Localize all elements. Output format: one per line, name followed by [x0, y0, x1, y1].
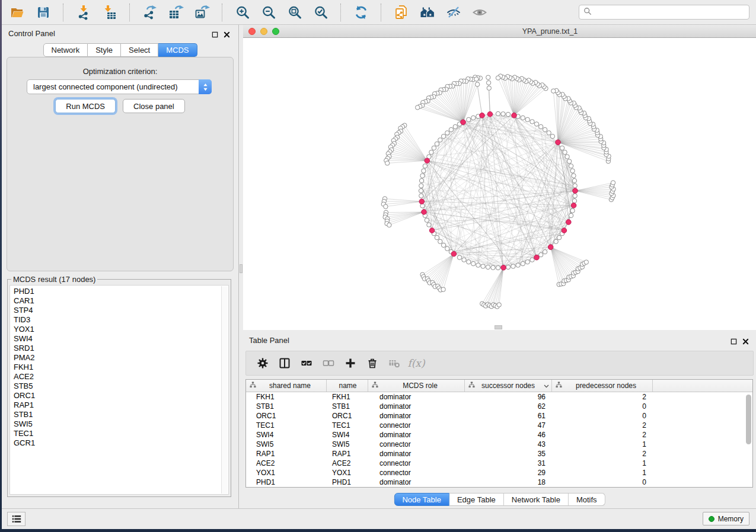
cell-name[interactable]: RAP1: [326, 450, 368, 458]
cell-predecessor-nodes[interactable]: 2: [551, 450, 652, 458]
cell-name[interactable]: ORC1: [326, 412, 368, 420]
tab-motifs[interactable]: Motifs: [569, 493, 605, 506]
column-header-MCDS-role[interactable]: MCDS role: [368, 380, 465, 392]
cell-shared-name[interactable]: ACE2: [246, 459, 326, 467]
mcds-node-item[interactable]: RAP1: [10, 400, 228, 410]
optimization-criterion-select[interactable]: largest connected component (undirected): [27, 79, 212, 94]
cell-predecessor-nodes[interactable]: 2: [551, 393, 652, 401]
zoom-out-icon[interactable]: [260, 4, 276, 20]
cell-successor-nodes[interactable]: 35: [464, 450, 551, 458]
cell-mcds-role[interactable]: dominator: [368, 412, 464, 420]
mcds-node-item[interactable]: SWI5: [10, 419, 228, 429]
table-row[interactable]: SWI4SWI4dominator462: [246, 430, 752, 440]
cell-name[interactable]: FKH1: [326, 393, 368, 401]
mcds-node-item[interactable]: STB1: [10, 410, 228, 419]
export-image-icon[interactable]: [194, 4, 210, 20]
trash-icon[interactable]: [366, 357, 379, 370]
table-scrollbar[interactable]: [746, 394, 751, 486]
mcds-node-item[interactable]: STB5: [10, 382, 228, 391]
cell-name[interactable]: TEC1: [326, 421, 368, 430]
network-window-titlebar[interactable]: YPA_prune.txt_1: [243, 25, 756, 38]
tab-node-table[interactable]: Node Table: [394, 493, 449, 506]
mcds-node-item[interactable]: PMA2: [10, 353, 228, 363]
cell-mcds-role[interactable]: dominator: [368, 478, 464, 486]
cell-successor-nodes[interactable]: 46: [464, 431, 551, 439]
table-row[interactable]: ORC1ORC1dominator610: [246, 411, 752, 421]
mcds-node-item[interactable]: SWI4: [10, 334, 228, 344]
table-row[interactable]: RAP1RAP1dominator352: [246, 449, 752, 459]
vertical-splitter[interactable]: [238, 25, 243, 508]
cell-predecessor-nodes[interactable]: 0: [551, 412, 652, 420]
tab-style[interactable]: Style: [88, 43, 121, 57]
mcds-node-item[interactable]: SRD1: [10, 344, 228, 353]
float-panel-icon[interactable]: [212, 30, 218, 40]
tab-network[interactable]: Network: [43, 43, 88, 57]
search-input[interactable]: [595, 8, 745, 17]
table-row[interactable]: STB1STB1dominator620: [246, 402, 752, 411]
cell-successor-nodes[interactable]: 43: [464, 440, 551, 448]
cell-name[interactable]: PHD1: [326, 478, 368, 486]
cell-mcds-role[interactable]: dominator: [368, 402, 464, 411]
tab-edge-table[interactable]: Edge Table: [449, 493, 504, 506]
eye-slash-icon[interactable]: [445, 4, 461, 20]
cell-successor-nodes[interactable]: 96: [464, 393, 551, 401]
network-canvas[interactable]: [243, 38, 756, 330]
cell-shared-name[interactable]: FKH1: [246, 393, 326, 401]
splitter-handle[interactable]: [240, 264, 243, 273]
gear-icon[interactable]: [256, 357, 269, 370]
mcds-node-item[interactable]: GCR1: [10, 438, 228, 448]
cell-name[interactable]: ACE2: [326, 459, 368, 467]
mcds-node-item[interactable]: CAR1: [10, 296, 228, 306]
cell-predecessor-nodes[interactable]: 1: [551, 469, 652, 477]
column-header-name[interactable]: name: [327, 380, 368, 392]
float-table-panel-icon[interactable]: [731, 336, 737, 347]
table-row[interactable]: PHD1PHD1dominator180: [246, 477, 752, 487]
tab-mcds[interactable]: MCDS: [158, 43, 197, 57]
add-icon[interactable]: [344, 357, 357, 370]
cell-successor-nodes[interactable]: 18: [464, 478, 551, 486]
column-header-predecessor-nodes[interactable]: predecessor nodes: [552, 380, 653, 392]
export-table-icon[interactable]: [168, 4, 184, 20]
cell-shared-name[interactable]: RAP1: [246, 450, 326, 458]
mcds-node-item[interactable]: YOX1: [10, 325, 228, 334]
run-mcds-button[interactable]: Run MCDS: [55, 99, 116, 113]
mcds-node-item[interactable]: TEC1: [10, 429, 228, 438]
table-row[interactable]: SWI5SWI5connector431: [246, 440, 752, 449]
cell-predecessor-nodes[interactable]: 0: [551, 402, 652, 411]
cell-predecessor-nodes[interactable]: 2: [551, 421, 652, 430]
close-table-panel-icon[interactable]: [742, 336, 749, 347]
cell-mcds-role[interactable]: dominator: [368, 431, 464, 439]
cell-mcds-role[interactable]: dominator: [368, 393, 464, 401]
mcds-result-list[interactable]: PHD1CAR1STP4TID3YOX1SWI4SRD1PMA2FKH1ACE2…: [9, 285, 229, 495]
cell-shared-name[interactable]: STB1: [246, 402, 326, 411]
cell-predecessor-nodes[interactable]: 0: [551, 478, 652, 486]
cell-predecessor-nodes[interactable]: 2: [551, 431, 652, 439]
cell-successor-nodes[interactable]: 62: [464, 402, 551, 411]
tab-network-table[interactable]: Network Table: [504, 493, 569, 506]
select-all-icon[interactable]: [300, 357, 313, 370]
table-row[interactable]: TEC1TEC1connector472: [246, 421, 752, 430]
cell-mcds-role[interactable]: connector: [368, 459, 464, 467]
cell-name[interactable]: SWI4: [326, 431, 368, 439]
cell-successor-nodes[interactable]: 61: [464, 412, 551, 420]
mcds-node-item[interactable]: PHD1: [10, 287, 228, 296]
cell-shared-name[interactable]: ORC1: [246, 412, 326, 420]
close-panel-button[interactable]: Close panel: [123, 99, 185, 113]
cell-shared-name[interactable]: PHD1: [246, 478, 326, 486]
table-scrollbar-thumb[interactable]: [746, 395, 751, 444]
cell-shared-name[interactable]: TEC1: [246, 421, 326, 430]
cell-name[interactable]: STB1: [326, 402, 368, 411]
zoom-in-icon[interactable]: [234, 4, 250, 20]
cell-shared-name[interactable]: SWI5: [246, 440, 326, 448]
import-network-icon[interactable]: [75, 4, 91, 20]
mcds-node-item[interactable]: ACE2: [10, 372, 228, 382]
columns-icon[interactable]: [278, 357, 291, 370]
open-folder-icon[interactable]: [9, 4, 25, 20]
task-history-button[interactable]: [7, 512, 25, 526]
canvas-splitter-handle[interactable]: [495, 325, 502, 329]
tab-select[interactable]: Select: [121, 43, 158, 57]
column-header-shared-name[interactable]: shared name: [246, 380, 327, 392]
mcds-list-scrollbar[interactable]: [221, 286, 228, 493]
search-box[interactable]: [579, 5, 749, 20]
column-header-successor-nodes[interactable]: successor nodes: [465, 380, 552, 392]
